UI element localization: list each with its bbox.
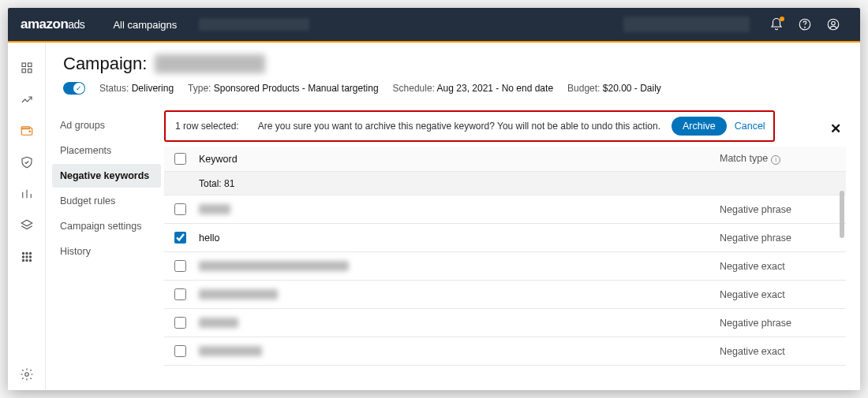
top-header: amazonads All campaigns [8,8,860,43]
info-icon[interactable]: i [771,155,780,165]
svg-point-13 [29,252,31,254]
keywords-table: Keyword Match typei Total: 81 Negative p… [164,147,846,390]
svg-point-11 [22,252,24,254]
table-row: Negative exact [164,337,846,366]
svg-point-3 [832,21,836,25]
archive-button[interactable]: Archive [672,117,727,136]
notification-dot [780,17,784,21]
status-meta: Status: Delivering [99,83,174,94]
col-match-type[interactable]: Match typei [720,153,846,165]
bell-icon[interactable] [769,17,784,32]
logo-main: amazon [21,17,68,32]
dashboard-icon[interactable] [14,55,39,80]
svg-point-16 [29,256,31,258]
budget-meta: Budget: $20.00 - Daily [567,83,661,94]
select-all-checkbox[interactable] [174,153,186,165]
confirm-message: Are you sure you want to archive this ne… [258,121,660,132]
match-type-cell: Negative phrase [720,232,846,244]
tab-ad-groups[interactable]: Ad groups [52,113,161,137]
keyword-cell [196,346,720,356]
svg-point-15 [25,256,27,258]
keyword-cell [196,204,720,214]
keyword-cell [196,289,720,299]
match-type-cell: Negative exact [720,261,846,272]
row-checkbox[interactable] [174,260,186,272]
nav-rail [8,43,46,390]
status-toggle[interactable] [63,82,85,95]
match-type-cell: Negative phrase [720,204,846,215]
svg-point-17 [22,259,24,261]
all-campaigns-link[interactable]: All campaigns [113,19,177,31]
campaign-name-blur [155,54,265,73]
match-type-cell: Negative exact [720,346,846,357]
header-blur [199,18,309,31]
svg-point-1 [805,27,806,28]
close-icon[interactable]: ✕ [830,121,841,137]
grid-icon[interactable] [14,244,39,270]
table-row: Negative exact [164,252,846,281]
svg-rect-6 [22,69,26,73]
svg-point-10 [29,131,31,132]
keyword-cell: hello [196,232,720,244]
svg-point-20 [24,373,28,377]
cancel-button[interactable]: Cancel [735,121,765,132]
match-type-cell: Negative phrase [720,318,846,329]
help-icon[interactable] [797,17,813,32]
row-checkbox[interactable] [174,317,186,329]
tab-campaign-settings[interactable]: Campaign settings [52,214,161,238]
tab-history[interactable]: History [52,240,161,263]
svg-point-12 [25,252,27,254]
svg-rect-4 [22,63,26,67]
row-checkbox[interactable] [174,345,186,357]
tab-budget-rules[interactable]: Budget rules [52,189,161,213]
col-keyword[interactable]: Keyword [196,154,720,165]
schedule-meta: Schedule: Aug 23, 2021 - No end date [393,83,554,94]
svg-point-18 [25,259,27,261]
table-row: Negative phrase [164,195,846,224]
total-row: Total: 81 [164,172,846,195]
svg-point-19 [29,259,31,261]
row-checkbox[interactable] [174,203,186,215]
table-header: Keyword Match typei [164,147,846,172]
logo[interactable]: amazonads [21,17,86,32]
type-meta: Type: Sponsored Products - Manual target… [188,83,379,94]
layers-icon[interactable] [14,213,39,238]
archive-confirm-bar: 1 row selected: Are you sure you want to… [164,110,775,142]
tab-negative-keywords[interactable]: Negative keywords [52,164,161,188]
row-checkbox[interactable] [174,232,186,244]
rows-selected-label: 1 row selected: [175,121,239,132]
svg-point-14 [22,256,24,258]
shield-icon[interactable] [14,150,39,175]
logo-sub: ads [68,18,84,31]
scrollbar[interactable] [840,191,844,238]
match-type-cell: Negative exact [720,289,846,300]
row-checkbox[interactable] [174,288,186,300]
user-icon[interactable] [825,17,841,32]
table-row: Negative phrase [164,309,846,337]
keyword-cell [196,318,720,328]
campaign-header: Campaign: Status: Delivering Type: Spons… [46,43,860,101]
campaign-title-prefix: Campaign: [63,54,147,74]
tab-placements[interactable]: Placements [52,139,161,162]
account-blur [623,17,750,32]
keyword-cell [196,261,720,271]
wallet-icon[interactable] [14,118,39,143]
svg-rect-5 [28,63,32,67]
gear-icon[interactable] [14,362,39,387]
table-row: Negative exact [164,281,846,309]
trend-icon[interactable] [14,87,39,112]
table-row: helloNegative phrase [164,224,846,252]
svg-rect-7 [28,69,32,73]
campaign-tabs: Ad groups Placements Negative keywords B… [46,101,161,390]
chart-icon[interactable] [14,181,39,206]
